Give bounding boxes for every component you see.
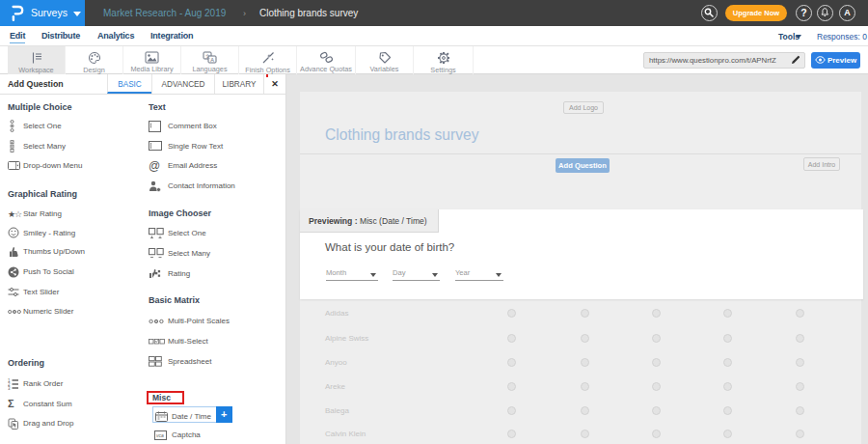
svg-text:vca: vca (156, 432, 164, 438)
svg-text:A: A (210, 56, 214, 62)
svg-text:3: 3 (8, 385, 11, 389)
